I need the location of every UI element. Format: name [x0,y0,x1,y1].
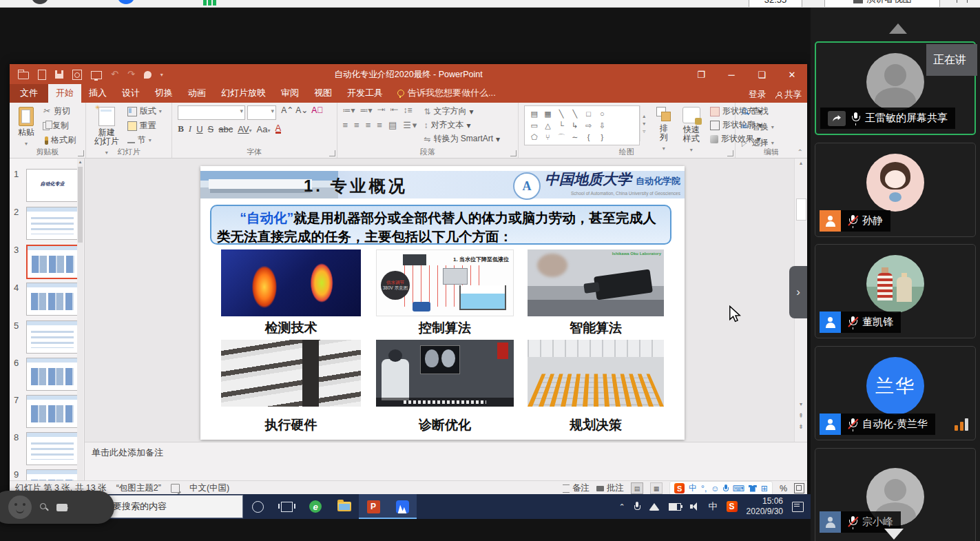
sign-in-link[interactable]: 登录 [749,89,766,101]
clear-format-button[interactable]: A⃠ [311,105,323,120]
tab-animations[interactable]: 动画 [180,84,213,103]
meeting-app-taskbar-button[interactable] [388,494,417,519]
start-slideshow-icon[interactable] [91,71,102,79]
italic-button[interactable]: I [189,123,191,134]
slide-thumbnail-7[interactable]: 7 [10,394,81,428]
soft-keyboard-icon[interactable]: ⌨ [732,484,744,493]
increase-indent-button[interactable]: ⭰ [390,105,399,115]
tab-insert[interactable]: 插入 [81,84,114,103]
drawing-dialog-launcher[interactable] [727,150,733,156]
panel-collapse-handle[interactable]: › [789,266,807,318]
fullscreen-button[interactable] [952,0,972,7]
sogou-logo-icon[interactable]: S [674,483,685,493]
columns-button[interactable]: ▤ [388,120,398,130]
align-center-button[interactable]: ≡ [354,120,361,130]
change-case-button[interactable]: Aa▾ [257,124,271,134]
slide-canvas[interactable]: 1. 专业概况 A 中国地质大学 自动化学院 School of Automa [200,166,685,440]
participant-tile[interactable]: 宗小峰 [815,448,976,541]
cortana-button[interactable] [243,494,272,519]
tab-home[interactable]: 开始 [48,84,81,103]
open-icon[interactable] [18,72,29,79]
sogou-ime-toolbar[interactable]: S 中 °, ☺ ⌨ ⊞ [669,481,773,496]
find-button[interactable]: 查找 [741,105,774,117]
language-indicator[interactable]: 中文(中国) [189,482,229,494]
new-file-icon[interactable] [38,70,46,80]
numbering-button[interactable]: ≕▾ [360,105,373,115]
save-icon[interactable] [55,70,63,79]
clipboard-dialog-launcher[interactable] [78,150,84,156]
paste-button[interactable]: 粘贴▾ [15,105,37,150]
replace-button[interactable]: 替换 ▾ [741,121,774,133]
slide-thumbnail-6[interactable]: 6 [10,356,81,391]
clock[interactable]: 15:062020/9/30 [747,496,783,517]
spellcheck-icon[interactable] [171,484,180,493]
minimize-button[interactable]: ─ [716,64,747,85]
slide-thumbnail-9[interactable]: 9 [10,468,81,480]
thumbnail-scrollbar[interactable]: ▴ [77,159,83,480]
shapes-scroll[interactable]: ▴▾▿ [640,105,648,141]
volume-icon[interactable] [690,502,700,511]
shrink-font-button[interactable]: A⌄ [295,105,308,120]
qat-dropdown-icon[interactable]: ▾ [160,72,163,78]
participant-tile[interactable]: 孙静 [815,143,976,237]
meeting-floating-bar[interactable] [0,491,114,524]
align-text-button[interactable]: ↕对齐文本▾ [424,119,500,131]
distribute-button[interactable]: ☰▾ [403,120,418,130]
font-name-combo[interactable] [178,105,245,120]
smartart-button[interactable]: ⇋转换为 SmartArt▾ [424,133,500,145]
zoom-percent[interactable]: % [780,484,787,493]
file-explorer-button[interactable] [330,494,359,519]
grow-font-button[interactable]: A⌃ [281,105,293,120]
strikethrough-button[interactable]: abc [218,124,233,134]
voice-input-icon[interactable] [723,484,728,493]
undo-icon[interactable]: ↶ [111,71,118,78]
fit-slide-to-window-icon[interactable] [794,483,804,493]
font-dialog-launcher[interactable] [329,150,335,156]
comments-toggle-button[interactable]: 批注 [596,482,624,494]
scrollbar-thumb[interactable] [796,198,806,221]
skin-icon[interactable] [749,485,757,492]
next-slide-button[interactable]: ⇟ [795,423,807,430]
punctuation-icon[interactable]: °, [701,484,707,493]
tab-review[interactable]: 审阅 [273,84,306,103]
battery-icon[interactable] [669,503,681,511]
slide-thumbnail-1[interactable]: 1 自动化专业 [10,167,81,202]
line-spacing-button[interactable]: ↕≡ [404,105,413,115]
task-view-button[interactable] [272,494,301,519]
browser-button[interactable]: e [301,494,330,519]
toolbox-icon[interactable]: ⊞ [761,484,768,493]
participant-tile-screen-share[interactable]: 正在讲 王雷敏的屏幕共享 [815,41,976,135]
action-center-icon[interactable] [792,502,804,512]
cut-button[interactable]: 剪切 [43,105,76,117]
tab-developer[interactable]: 开发工具 [340,84,390,103]
slide-thumbnail-2[interactable]: 2 [10,205,81,240]
powerpoint-taskbar-button[interactable]: P [359,494,388,519]
emoji-icon[interactable]: ☺ [711,484,719,493]
tab-slideshow[interactable]: 幻灯片放映 [213,84,273,103]
tray-microphone-icon[interactable] [634,502,640,511]
share-button[interactable]: 共享 [775,89,802,101]
slide-thumbnail-3-selected[interactable]: 3 [10,243,81,278]
meeting-help-icon[interactable] [31,0,49,4]
participant-tile[interactable]: 兰华 自动化-黄兰华 [815,346,976,440]
font-color-button[interactable]: A [275,124,282,134]
reset-button[interactable]: 重置 [127,120,162,132]
notes-toggle-button[interactable]: 备注 [563,482,590,494]
tab-design[interactable]: 设计 [114,84,147,103]
ribbon-display-options-button[interactable]: ❐ [686,64,716,85]
ime-mode-icon[interactable]: 中 [689,482,697,494]
tab-transitions[interactable]: 切换 [147,84,180,103]
char-spacing-button[interactable]: AV▾ [238,124,251,134]
tab-file[interactable]: 文件 [10,84,48,103]
section-button[interactable]: 节 ▾ [127,134,162,146]
decrease-indent-button[interactable]: ⭲ [377,105,386,115]
notes-pane[interactable]: 单击此处添加备注 [85,442,807,480]
tell-me-box[interactable]: 告诉我您想要做什么... [390,84,503,103]
underline-button[interactable]: U [196,124,202,134]
text-direction-button[interactable]: ⇅文字方向▾ [424,105,500,117]
layout-button[interactable]: 版式 ▾ [127,105,162,117]
copy-button[interactable]: 复制 [43,120,76,132]
participant-tile[interactable]: 董凯锋 [815,244,976,338]
slide-thumbnail-5[interactable]: 5 [10,319,81,354]
tab-view[interactable]: 视图 [306,84,340,103]
